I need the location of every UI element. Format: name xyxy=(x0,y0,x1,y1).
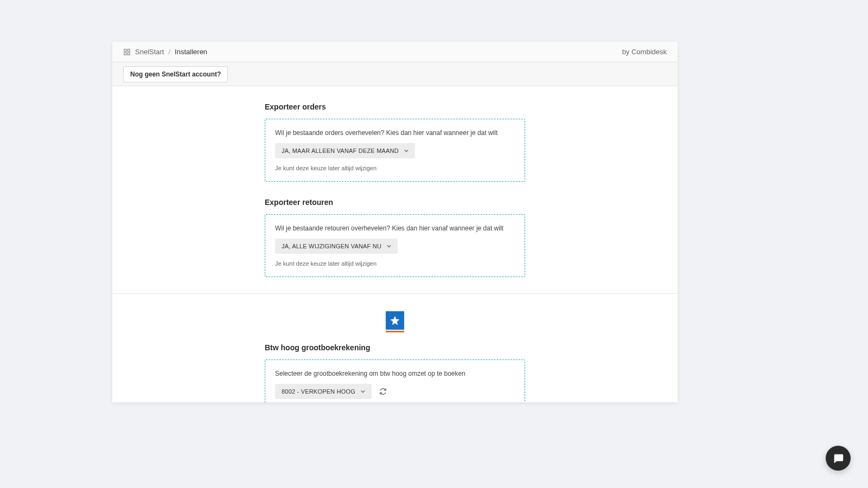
export-orders-dropdown[interactable]: JA, MAAR ALLEEN VANAF DEZE MAAND xyxy=(275,143,415,158)
star-icon xyxy=(386,311,404,330)
vendor-label: by Combidesk xyxy=(622,48,667,56)
breadcrumb-app[interactable]: SnelStart xyxy=(135,48,164,56)
breadcrumb: SnelStart / Installeren xyxy=(123,48,207,56)
dropdown-value: 8002 - VERKOPEN HOOG xyxy=(282,388,355,395)
hint-text: Je kunt deze keuze later altijd wijzigen xyxy=(275,165,515,171)
svg-rect-3 xyxy=(127,53,130,55)
breadcrumb-page: Installeren xyxy=(175,48,207,56)
no-account-button[interactable]: Nog geen SnelStart account? xyxy=(123,66,228,82)
caret-down-icon xyxy=(361,389,365,394)
prompt-text: Wil je bestaande retouren overhevelen? K… xyxy=(275,224,515,232)
export-returns-dropdown[interactable]: JA, ALLE WIJZIGINGEN VANAF NU xyxy=(275,239,398,254)
refresh-button[interactable] xyxy=(379,388,387,395)
svg-rect-2 xyxy=(124,53,126,55)
refresh-icon xyxy=(379,388,387,395)
export-returns-box: Wil je bestaande retouren overhevelen? K… xyxy=(265,214,525,277)
breadcrumb-bar: SnelStart / Installeren by Combidesk xyxy=(112,42,678,62)
section-export-orders: Exporteer orders Wil je bestaande orders… xyxy=(265,102,525,182)
section-export-returns: Exporteer retouren Wil je bestaande reto… xyxy=(265,198,525,277)
star-underline xyxy=(386,331,404,332)
dropdown-value: JA, MAAR ALLEEN VANAF DEZE MAAND xyxy=(282,147,399,154)
section-title: Btw hoog grootboekrekening xyxy=(265,343,525,352)
chat-button[interactable] xyxy=(826,446,851,471)
vat-high-dropdown[interactable]: 8002 - VERKOPEN HOOG xyxy=(275,384,372,399)
section-title: Exporteer orders xyxy=(265,102,525,111)
export-orders-box: Wil je bestaande orders overhevelen? Kie… xyxy=(265,119,525,182)
vat-high-box: Selecteer de grootboekrekening om btw ho… xyxy=(265,359,525,402)
svg-rect-0 xyxy=(124,49,126,51)
caret-down-icon xyxy=(387,244,391,248)
caret-down-icon xyxy=(404,149,409,153)
toolbar: Nog geen SnelStart account? xyxy=(112,62,678,86)
breadcrumb-separator: / xyxy=(168,48,170,56)
svg-rect-1 xyxy=(127,49,130,51)
app-icon xyxy=(123,48,131,56)
dropdown-value: JA, ALLE WIJZIGINGEN VANAF NU xyxy=(282,243,381,249)
prompt-text: Wil je bestaande orders overhevelen? Kie… xyxy=(275,129,515,137)
section-title: Exporteer retouren xyxy=(265,198,525,207)
content-area: Exporteer orders Wil je bestaande orders… xyxy=(112,86,678,402)
chat-icon xyxy=(832,452,844,464)
hint-text: Je kunt deze keuze later altijd wijzigen xyxy=(275,260,515,267)
app-panel: SnelStart / Installeren by Combidesk Nog… xyxy=(112,42,678,402)
star-badge xyxy=(386,311,404,332)
divider xyxy=(112,293,678,294)
section-vat-high: Btw hoog grootboekrekening Selecteer de … xyxy=(265,343,525,402)
prompt-text: Selecteer de grootboekrekening om btw ho… xyxy=(275,370,515,377)
